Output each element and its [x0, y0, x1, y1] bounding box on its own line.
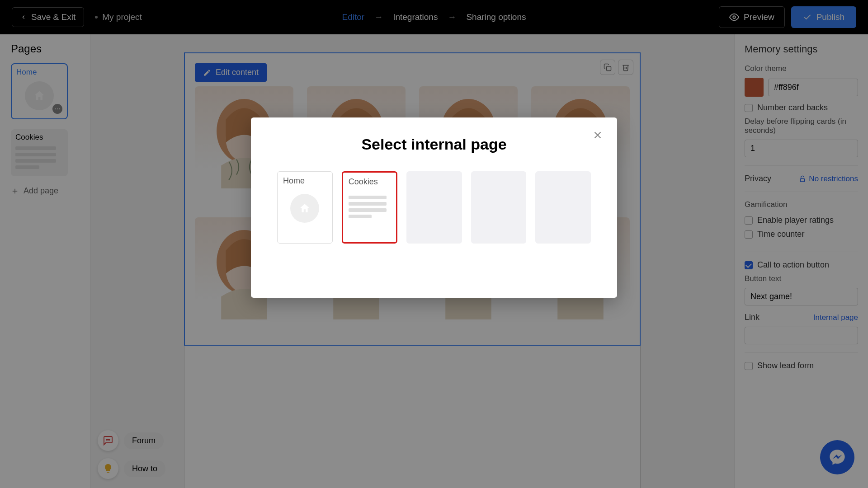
select-page-modal: Select internal page Home Cookies	[251, 117, 617, 298]
page-option-placeholder	[406, 171, 462, 244]
page-option-label: Cookies	[349, 177, 391, 187]
page-option-cookies[interactable]: Cookies	[342, 171, 397, 244]
page-option-placeholder	[471, 171, 527, 244]
close-icon	[592, 129, 604, 141]
page-option-placeholder	[535, 171, 591, 244]
text-lines-icon	[349, 196, 391, 218]
page-option-label: Home	[283, 176, 327, 186]
home-icon	[290, 194, 319, 223]
modal-title: Select internal page	[277, 136, 591, 153]
close-button[interactable]	[592, 129, 604, 143]
page-select-row: Home Cookies	[277, 171, 591, 244]
page-option-home[interactable]: Home	[277, 171, 333, 244]
